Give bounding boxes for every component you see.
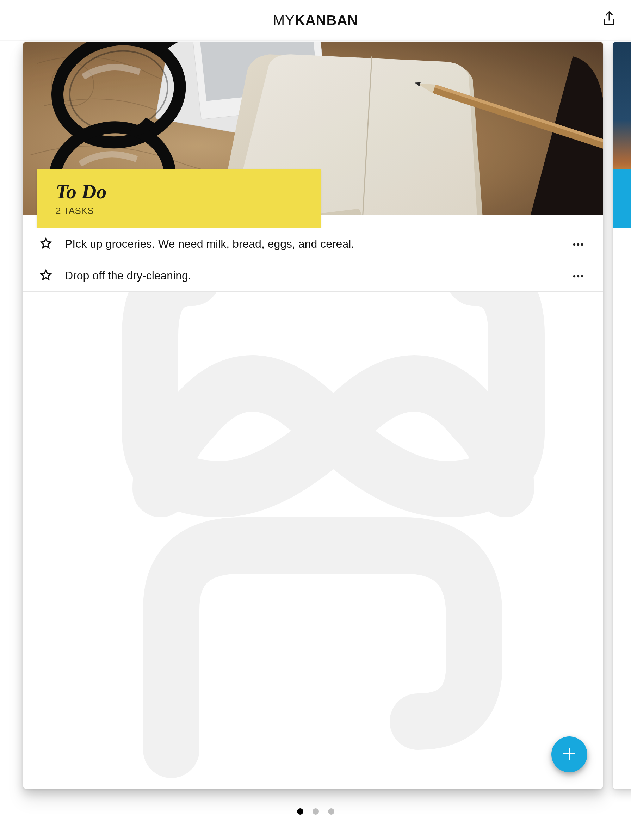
star-button[interactable] [38,268,54,284]
svg-point-18 [577,275,579,277]
star-outline-icon [40,269,52,283]
column-title: To Do [56,180,301,203]
watermark-logo [23,228,603,789]
plus-icon [561,745,577,763]
app-header: MYKANBAN [0,0,631,41]
page-dot-1[interactable] [297,808,303,815]
app-title: MYKANBAN [273,12,358,28]
svg-point-15 [577,243,579,245]
column-task-count: 2 TASKS [56,205,301,216]
task-list: PIck up groceries. We need milk, bread, … [23,228,603,789]
page-indicator [0,808,631,815]
next-column-peek[interactable] [613,42,631,789]
task-row[interactable]: PIck up groceries. We need milk, bread, … [23,228,603,260]
svg-point-14 [573,243,575,245]
share-button[interactable] [601,11,618,28]
page-dot-2[interactable] [312,808,319,815]
svg-point-17 [573,275,575,277]
star-outline-icon [40,237,52,251]
kanban-column-card: To Do 2 TASKS PIck up groceries. We nee [23,42,603,789]
add-task-fab[interactable] [551,736,587,772]
svg-point-19 [581,275,583,277]
task-text: PIck up groceries. We need milk, bread, … [65,237,570,251]
svg-point-16 [581,243,583,245]
app-title-main: KANBAN [295,12,358,28]
more-horizontal-icon [573,241,584,247]
column-title-chip: To Do 2 TASKS [37,169,320,228]
share-up-icon [602,11,616,28]
more-horizontal-icon [573,273,584,279]
task-text: Drop off the dry-cleaning. [65,269,570,282]
page-dot-3[interactable] [328,808,334,815]
star-button[interactable] [38,237,54,252]
task-more-button[interactable] [570,268,586,284]
task-row[interactable]: Drop off the dry-cleaning. [23,260,603,292]
task-more-button[interactable] [570,237,586,252]
app-title-prefix: MY [273,12,295,28]
